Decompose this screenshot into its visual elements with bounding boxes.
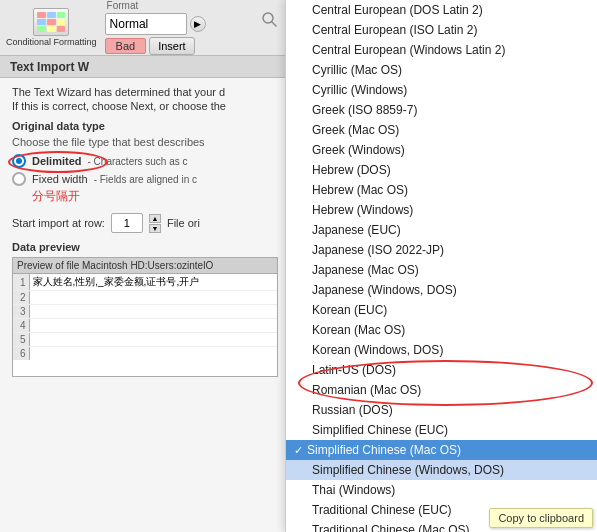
data-preview-section: Data preview Preview of file Macintosh H…: [12, 241, 278, 377]
conditional-formatting-button[interactable]: Conditional Formatting: [6, 8, 97, 48]
cond-format-label: Conditional Formatting: [6, 37, 97, 48]
copy-to-clipboard-tooltip: Copy to clipboard: [489, 508, 593, 528]
format-arrow-button[interactable]: ▶: [190, 16, 206, 32]
delimited-desc: - Characters such as c: [88, 156, 188, 167]
table-row: 3: [13, 305, 277, 319]
dropdown-item[interactable]: Japanese (EUC): [286, 220, 597, 240]
svg-line-1: [272, 22, 276, 26]
dropdown-item[interactable]: Latin-US (DOS): [286, 360, 597, 380]
wizard-desc-line2: If this is correct, choose Next, or choo…: [12, 100, 278, 112]
dropdown-item[interactable]: Romanian (Mac OS): [286, 380, 597, 400]
dropdown-item[interactable]: Thai (Windows): [286, 480, 597, 500]
start-import-stepper[interactable]: ▲ ▼: [149, 214, 161, 233]
dropdown-item[interactable]: Central European (DOS Latin 2): [286, 0, 597, 20]
dropdown-item[interactable]: Cyrillic (Mac OS): [286, 60, 597, 80]
dropdown-item[interactable]: Japanese (Windows, DOS): [286, 280, 597, 300]
dropdown-item-selected[interactable]: ✓ Simplified Chinese (Mac OS): [286, 440, 597, 460]
dropdown-panel: Central European (DOS Latin 2) Central E…: [285, 0, 597, 532]
fixed-width-desc: - Fields are aligned in c: [94, 174, 197, 185]
table-row: 2: [13, 291, 277, 305]
wizard-header: Text Import W: [0, 56, 290, 78]
dropdown-item[interactable]: Russian (DOS): [286, 400, 597, 420]
dropdown-item[interactable]: Greek (ISO 8859-7): [286, 100, 597, 120]
choose-file-label: Choose the file type that best describes: [12, 136, 278, 148]
dropdown-item[interactable]: Central European (ISO Latin 2): [286, 20, 597, 40]
dropdown-item[interactable]: Korean (EUC): [286, 300, 597, 320]
preview-file-title: Preview of file Macintosh HD:Users:ozint…: [13, 258, 277, 274]
format-input[interactable]: [105, 13, 187, 35]
cjk-label: 分号隔开: [32, 188, 278, 205]
table-row: 1 家人姓名,性别,_家委金额,证书号,开户: [13, 274, 277, 291]
table-row: 5: [13, 333, 277, 347]
dropdown-item[interactable]: Korean (Windows, DOS): [286, 340, 597, 360]
table-row: 4: [13, 319, 277, 333]
fixed-width-label: Fixed width: [32, 173, 88, 185]
dropdown-item[interactable]: Greek (Mac OS): [286, 120, 597, 140]
format-label: Format: [107, 0, 139, 11]
dropdown-item[interactable]: Central European (Windows Latin 2): [286, 40, 597, 60]
dropdown-item[interactable]: Japanese (ISO 2022-JP): [286, 240, 597, 260]
wizard-desc-line1: The Text Wizard has determined that your…: [12, 86, 278, 98]
dropdown-item[interactable]: Hebrew (Mac OS): [286, 180, 597, 200]
dropdown-item[interactable]: Hebrew (Windows): [286, 200, 597, 220]
dropdown-item[interactable]: Japanese (Mac OS): [286, 260, 597, 280]
bad-badge: Bad: [105, 38, 147, 54]
insert-button[interactable]: Insert: [149, 37, 195, 55]
delimited-label: Delimited: [32, 155, 82, 167]
dropdown-item[interactable]: Simplified Chinese (EUC): [286, 420, 597, 440]
table-row: 6: [13, 347, 277, 361]
search-icon[interactable]: [260, 10, 278, 28]
dropdown-item[interactable]: Korean (Mac OS): [286, 320, 597, 340]
dropdown-item[interactable]: Simplified Chinese (Windows, DOS): [286, 460, 597, 480]
data-preview-label: Data preview: [12, 241, 278, 253]
dropdown-item[interactable]: Hebrew (DOS): [286, 160, 597, 180]
file-origin-label: File ori: [167, 217, 200, 229]
fixed-width-radio[interactable]: Fixed width - Fields are aligned in c: [12, 172, 278, 186]
dropdown-item[interactable]: Greek (Windows): [286, 140, 597, 160]
delimited-radio[interactable]: Delimited - Characters such as c: [12, 154, 278, 168]
dropdown-item[interactable]: Cyrillic (Windows): [286, 80, 597, 100]
original-data-label: Original data type: [12, 120, 278, 132]
start-import-input[interactable]: [111, 213, 143, 233]
start-import-label: Start import at row:: [12, 217, 105, 229]
